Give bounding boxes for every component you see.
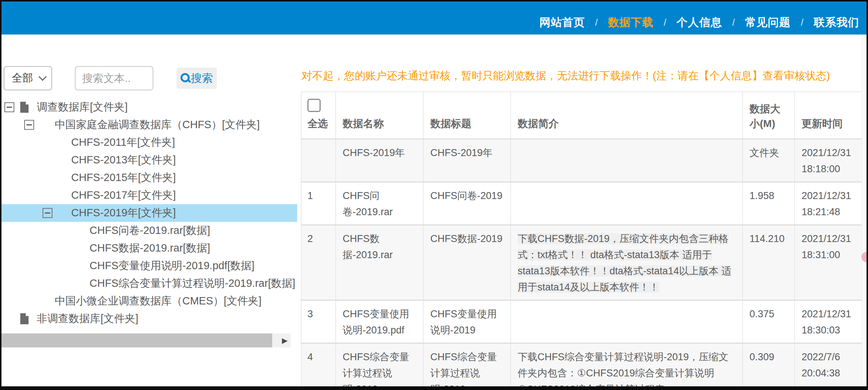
nav-separator: / <box>664 17 666 28</box>
cell-data-desc <box>511 182 743 225</box>
tree-item-label: CHFS数据-2019.rar[数据] <box>1 241 210 256</box>
cell-data-name: CHFS-2019年 <box>336 139 423 182</box>
data-table: 全选数据名称数据标题数据简介数据大小(M)更新时间CHFS-2019年CHFS-… <box>301 91 866 390</box>
cell-data-desc <box>511 139 743 182</box>
tree-item[interactable]: CHFS变量使用说明-2019.pdf[数据] <box>1 257 297 275</box>
cell-update-time: 2021/12/31 18:18:00 <box>795 139 866 182</box>
collapse-minus-icon[interactable] <box>43 208 52 218</box>
cell-data-desc: 下载CHFS数据-2019，压缩文件夹内包含三种格式：txt格式！！ dta格式… <box>511 225 743 300</box>
nav-item-1[interactable]: 网站首页 <box>539 15 585 30</box>
cell-data-name: CHFS变量使用说明-2019.pdf <box>336 300 423 343</box>
tree-item-label: 中国家庭金融调查数据库（CHFS）[文件夹] <box>1 118 260 132</box>
nav-separator: / <box>732 17 735 28</box>
cell-data-size: 文件夹 <box>743 139 795 182</box>
table-row: 4CHFS综合变量计算过程说明-2019.rarCHFS综合变量计算过程说明-2… <box>301 343 866 390</box>
category-select[interactable]: 全部 <box>4 66 52 90</box>
tree-item[interactable]: 中国小微企业调查数据库（CMES）[文件夹] <box>1 292 297 310</box>
search-icon <box>180 73 190 82</box>
cell-update-time: 2021/12/31 18:21:48 <box>795 182 866 225</box>
tree-item-label: CHFS问卷-2019.rar[数据] <box>1 223 210 238</box>
cell-data-title: CHFS-2019年 <box>423 139 511 182</box>
horizontal-scrollbar-thumb[interactable] <box>1 333 272 347</box>
main-nav: 网站首页/数据下载/个人信息/常见问题/联系我们 <box>539 15 859 30</box>
search-button-label: 搜索 <box>191 71 213 86</box>
cell-data-name: CHFS综合变量计算过程说明-2019.rar <box>336 343 423 390</box>
cell-data-name: CHFS问卷-2019.rar <box>336 182 423 225</box>
column-header-1: 全选 <box>301 92 336 139</box>
tree-item[interactable]: 中国家庭金融调查数据库（CHFS）[文件夹] <box>1 116 297 134</box>
tree-item[interactable]: CHFS-2013年[文件夹] <box>1 151 297 169</box>
tree-item-label: CHFS-2013年[文件夹] <box>1 153 176 167</box>
nav-item-5[interactable]: 联系我们 <box>814 15 859 30</box>
row-index: 2 <box>301 225 336 300</box>
column-header-label: 全选 <box>307 118 328 129</box>
cell-data-size: 1.958 <box>743 182 795 225</box>
search-button[interactable]: 搜索 <box>176 68 217 89</box>
horizontal-scrollbar[interactable]: ▶ <box>1 333 291 347</box>
folder-tree: 调查数据库[文件夹]中国家庭金融调查数据库（CHFS）[文件夹]CHFS-201… <box>1 98 297 328</box>
column-header-5: 数据大小(M) <box>743 92 795 139</box>
search-input[interactable] <box>75 66 153 90</box>
tree-item-label: CHFS-2015年[文件夹] <box>1 170 176 185</box>
document-icon <box>20 102 29 113</box>
collapse-minus-icon[interactable] <box>4 102 14 112</box>
cell-data-title: CHFS变量使用说明-2019 <box>423 300 511 343</box>
tree-item[interactable]: CHFS-2011年[文件夹] <box>1 134 297 151</box>
column-header-6: 更新时间 <box>795 92 866 139</box>
tree-item-label: CHFS综合变量计算过程说明-2019.rar[数据] <box>1 276 295 291</box>
chevron-down-icon <box>39 73 47 81</box>
cell-update-time: 2021/12/31 18:31:00 <box>795 225 866 300</box>
tree-item[interactable]: 调查数据库[文件夹] <box>1 98 297 116</box>
cell-data-desc: 下载CHFS综合变量计算过程说明-2019，压缩文件夹内包含：①CHFS2019… <box>511 343 743 390</box>
nav-separator: / <box>595 17 598 28</box>
cell-data-size: 114.210 <box>743 225 795 300</box>
nav-item-4[interactable]: 常见问题 <box>745 15 791 30</box>
vertical-scrollbar[interactable] <box>862 35 867 386</box>
app-window: 网站首页/数据下载/个人信息/常见问题/联系我们 全部 搜索 调查数据库[文件夹… <box>0 0 868 390</box>
column-header-3: 数据标题 <box>423 92 511 139</box>
tree-item[interactable]: CHFS-2019年[文件夹] <box>1 204 297 222</box>
cell-data-size: 0.309 <box>743 343 795 390</box>
cell-data-size: 0.375 <box>743 300 795 343</box>
cell-data-desc <box>511 300 743 343</box>
cell-data-title: CHFS数据-2019 <box>423 225 511 300</box>
cell-update-time: 2021/12/31 18:30:03 <box>795 300 866 343</box>
nav-separator: / <box>801 17 803 28</box>
tree-item[interactable]: 非调查数据库[文件夹] <box>1 310 297 328</box>
category-select-value: 全部 <box>12 71 33 86</box>
review-warning: 对不起，您的账户还未通过审核，暂时只能浏览数据，无法进行下载操作！(注：请在【个… <box>302 68 865 83</box>
tree-item-label: 中国小微企业调查数据库（CMES）[文件夹] <box>1 294 262 308</box>
tree-item[interactable]: CHFS-2017年[文件夹] <box>1 187 297 204</box>
tree-item[interactable]: CHFS问卷-2019.rar[数据] <box>1 222 297 239</box>
tree-item-label: CHFS变量使用说明-2019.pdf[数据] <box>1 259 255 273</box>
nav-item-3[interactable]: 个人信息 <box>676 15 722 30</box>
cell-data-title: CHFS问卷-2019 <box>423 182 511 225</box>
document-icon <box>20 313 29 324</box>
row-index <box>301 139 336 182</box>
row-index: 1 <box>301 182 336 225</box>
column-header-2: 数据名称 <box>336 92 423 139</box>
table-row: CHFS-2019年CHFS-2019年文件夹2021/12/31 18:18:… <box>301 139 866 182</box>
table-row: 2CHFS数据-2019.rarCHFS数据-2019下载CHFS数据-2019… <box>301 225 866 300</box>
tree-item[interactable]: CHFS-2015年[文件夹] <box>1 169 297 187</box>
column-header-4: 数据简介 <box>511 92 743 139</box>
table-row: 1CHFS问卷-2019.rarCHFS问卷-20191.9582021/12/… <box>301 182 866 225</box>
tree-item[interactable]: CHFS综合变量计算过程说明-2019.rar[数据] <box>1 275 297 292</box>
cell-update-time: 2022/7/6 20:04:38 <box>795 343 866 390</box>
nav-item-2[interactable]: 数据下载 <box>608 15 653 30</box>
row-index: 3 <box>301 300 336 343</box>
cell-data-name: CHFS数据-2019.rar <box>336 225 423 300</box>
tree-item-label: CHFS-2019年[文件夹] <box>1 206 176 220</box>
row-index: 4 <box>301 343 336 390</box>
table-header-row: 全选数据名称数据标题数据简介数据大小(M)更新时间 <box>301 92 866 139</box>
scroll-right-arrow-icon[interactable]: ▶ <box>282 333 288 347</box>
desc-highlight-text: 下载CHFS数据-2019，压缩文件夹内包含三种格式：txt格式！！ dta格式… <box>518 233 731 293</box>
select-all-checkbox[interactable] <box>307 99 321 112</box>
cell-data-title: CHFS综合变量计算过程说明-2019 <box>423 343 511 390</box>
tree-item-label: CHFS-2011年[文件夹] <box>1 135 175 150</box>
collapse-minus-icon[interactable] <box>24 120 34 130</box>
tree-item[interactable]: CHFS数据-2019.rar[数据] <box>1 239 297 257</box>
top-navbar: 网站首页/数据下载/个人信息/常见问题/联系我们 <box>1 1 867 35</box>
tree-item-label: CHFS-2017年[文件夹] <box>1 188 176 203</box>
table-row: 3CHFS变量使用说明-2019.pdfCHFS变量使用说明-20190.375… <box>301 300 866 343</box>
